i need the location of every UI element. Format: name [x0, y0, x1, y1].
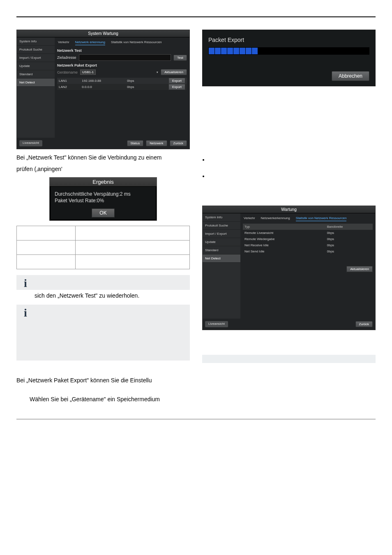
input-zieladresse[interactable]: [79, 54, 171, 61]
sidebar-item-standard[interactable]: Standard: [203, 246, 240, 254]
sidebar-item-protokoll-suche[interactable]: Protokoll Suche: [203, 222, 240, 230]
col-bandbreite: Bandbreite: [325, 224, 373, 230]
screenshot-system-wartung: System Wartung System Info Protokoll Suc…: [16, 30, 190, 149]
sidebar-item-system-info[interactable]: System Info: [17, 37, 55, 46]
section-netzwerk-test: Netzwerk Test: [57, 49, 187, 53]
liveansicht-button[interactable]: Liveansicht: [205, 321, 228, 327]
dialog-packet-export: Packet Export Abbrechen: [202, 30, 376, 86]
bullet-item: [209, 156, 376, 163]
zurueck-button[interactable]: Zurück: [355, 321, 373, 327]
tab-verkehr[interactable]: Verkehr: [244, 216, 255, 221]
ok-button[interactable]: OK: [92, 208, 114, 217]
dialog-ergebnis: Ergebnis Durchschnittliche Verspätung:2 …: [49, 177, 157, 221]
liveansicht-button[interactable]: Liveansicht: [19, 140, 42, 146]
table-row: Remote Wiedergabe0bps: [243, 236, 373, 242]
sidebar-item-update[interactable]: Update: [203, 238, 240, 246]
label-geraetename: Gerätename: [57, 70, 78, 74]
col-typ: Typ: [243, 224, 325, 230]
sidebar-item-system-info[interactable]: System Info: [203, 213, 240, 222]
info-body: [35, 305, 190, 361]
sidebar-item-protokoll-suche[interactable]: Protokoll Suche: [17, 46, 55, 54]
table-row: Net Send Idle0bps: [243, 248, 373, 254]
result-line-2: Paket Verlust Rate:0%: [55, 198, 104, 204]
table-row: LAN1 192.168.0.88 0bps Export: [57, 78, 187, 84]
select-value: USB1-1: [82, 70, 94, 74]
tab-bar: Verkehr Netzwerkerkennung Statistik von …: [243, 215, 373, 224]
tab-netzwerk-erkennung[interactable]: Netzwerk erkennung: [75, 40, 105, 45]
page-top-rule: [16, 16, 376, 17]
status-button[interactable]: Status: [127, 140, 144, 146]
info-box-2: i: [16, 305, 190, 361]
sidebar-item-update[interactable]: Update: [17, 62, 55, 70]
table-row: Remote Liveansicht0bps: [243, 230, 373, 236]
body-text: Bei „Netzwerk Paket Export" können Sie d…: [16, 377, 190, 384]
tab-statistik[interactable]: Statistik von Netzwerk Ressourcen: [296, 216, 347, 221]
info-1-tail: sich den „Netzwerk Test" zu wiederholen.: [35, 292, 190, 299]
result-line-1: Durchschnittliche Verspätung:2 ms: [55, 191, 131, 197]
progress-bar: [208, 47, 369, 55]
sidebar-item-import-export[interactable]: Import / Export: [17, 54, 55, 62]
packet-export-table: LAN1 192.168.0.88 0bps Export LAN2 0.0.0…: [57, 78, 187, 90]
window-title: Wartung: [203, 206, 375, 213]
section-paket-export: Netzwerk Paket Export: [57, 63, 187, 67]
grey-block: [202, 355, 376, 363]
sidebar-item-net-detect[interactable]: Net Detect: [203, 254, 240, 263]
info-icon: i: [16, 305, 35, 361]
sidebar: System Info Protokoll Suche Import / Exp…: [17, 37, 55, 138]
bandwidth-table: Typ Bandbreite Remote Liveansicht0bps Re…: [243, 224, 373, 254]
tab-bar: Verkehr Netzwerk erkennung Statistik von…: [57, 39, 187, 48]
aktualisieren-button[interactable]: Aktualisieren: [161, 69, 187, 75]
select-geraetename[interactable]: USB1-1: [80, 69, 96, 75]
tab-verkehr[interactable]: Verkehr: [58, 40, 69, 45]
sidebar-item-standard[interactable]: Standard: [17, 70, 55, 79]
window-title: System Wartung: [17, 30, 189, 37]
export-button[interactable]: Export: [168, 78, 185, 84]
sidebar: System Info Protokoll Suche Import / Exp…: [203, 213, 240, 319]
info-body: [35, 275, 190, 290]
tab-netzwerkerkennung[interactable]: Netzwerkerkennung: [261, 216, 290, 221]
netzwerk-button[interactable]: Netzwerk: [146, 140, 167, 146]
test-button[interactable]: Test: [173, 55, 187, 61]
table-row: LAN2 0.0.0.0 0bps Export: [57, 84, 187, 90]
zurueck-button[interactable]: Zurück: [170, 140, 187, 146]
sidebar-item-net-detect[interactable]: Net Detect: [17, 79, 55, 87]
label-zieladresse: Zieladresse: [57, 56, 76, 60]
table-row: Net Receive Idle0bps: [243, 242, 373, 248]
tab-statistik[interactable]: Statistik von Netzwerk Ressourcen: [111, 40, 162, 45]
empty-table: [16, 226, 190, 269]
info-icon: i: [16, 275, 35, 290]
info-box-1: i: [16, 275, 190, 290]
chevron-down-icon: ▾: [157, 71, 158, 74]
dialog-title: Packet Export: [203, 30, 375, 47]
export-button[interactable]: Export: [168, 84, 185, 90]
body-text: Wählen Sie bei „Gerätename" ein Speicher…: [30, 396, 190, 402]
aktualisieren-button[interactable]: Aktualisieren: [346, 266, 373, 272]
dialog-title: Ergebnis: [50, 178, 157, 187]
screenshot-wartung-statistik: Wartung System Info Protokoll Suche Impo…: [202, 206, 376, 330]
page-bottom-rule: [16, 419, 376, 419]
abbrechen-button[interactable]: Abbrechen: [332, 71, 369, 81]
bullet-item: [209, 173, 376, 179]
sidebar-item-import-export[interactable]: Import / Export: [203, 230, 240, 238]
body-text: prüfen (‚anpingen': [16, 166, 190, 172]
body-text: Bei „Netzwerk Test" können Sie die Verbi…: [16, 154, 190, 161]
